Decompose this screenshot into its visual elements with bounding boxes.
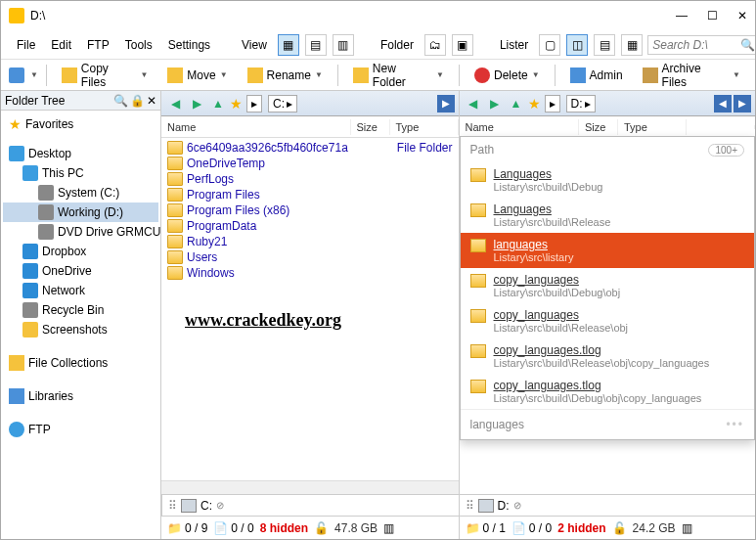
file-name[interactable]: Program Files (187, 188, 260, 202)
file-row[interactable]: OneDriveTemp (165, 156, 455, 171)
find-icon[interactable]: 🔍 (113, 94, 128, 108)
copy-files-button[interactable]: Copy Files ▼ (55, 58, 155, 93)
file-name[interactable]: Users (187, 250, 217, 264)
menu-edit[interactable]: Edit (45, 35, 77, 55)
lister-dual-icon[interactable]: ◫ (566, 34, 588, 56)
move-button[interactable]: Move ▼ (160, 64, 234, 87)
back-button[interactable]: ◀ (464, 94, 483, 113)
format-icon[interactable]: ▥ (682, 521, 692, 535)
minimize-button[interactable]: — (676, 9, 688, 22)
tree-node[interactable]: Network (3, 281, 158, 300)
dropdown-icon[interactable]: ▼ (30, 70, 38, 79)
breadcrumb-drive[interactable]: C: ▸ (268, 95, 297, 112)
file-collections[interactable]: File Collections (28, 356, 108, 370)
file-row[interactable]: Users (165, 249, 455, 265)
col-name[interactable]: Name (460, 119, 580, 135)
search-box[interactable]: 🔍 (647, 35, 756, 55)
drive-tab-left[interactable]: C: (200, 499, 212, 513)
menu-file[interactable]: File (11, 35, 41, 55)
tab-close-icon[interactable]: ⊘ (513, 500, 521, 511)
nav-right-icon[interactable]: ▶ (734, 95, 751, 112)
file-row[interactable]: PerfLogs (165, 171, 455, 187)
lister-icon[interactable]: ▦ (621, 34, 643, 56)
menu-folder[interactable]: Folder (375, 35, 420, 55)
tree-node[interactable]: DVD Drive GRMCUL (3, 222, 158, 242)
delete-button[interactable]: Delete ▼ (467, 64, 547, 87)
file-name[interactable]: Ruby21 (187, 235, 227, 248)
file-name[interactable]: ProgramData (187, 219, 256, 233)
listary-result[interactable]: copy_languages.tlogListary\src\build\Rel… (461, 338, 755, 374)
tree-node[interactable]: Dropbox (3, 242, 158, 261)
archive-button[interactable]: Archive Files ▼ (636, 58, 747, 93)
back-button[interactable]: ◀ (165, 94, 185, 113)
favorite-icon[interactable]: ★ (230, 96, 243, 112)
tab-close-icon[interactable]: ⊘ (216, 500, 224, 511)
breadcrumb-root[interactable]: ▸ (246, 95, 262, 112)
nav-right-icon[interactable]: ▶ (437, 95, 455, 112)
new-lister-icon[interactable] (9, 68, 24, 83)
file-row[interactable]: 6ce6409aa3926c5fb460fce71aFile Folder (165, 140, 455, 156)
lister-icon[interactable]: ▤ (594, 34, 615, 56)
tree-node[interactable]: Screenshots (3, 320, 158, 339)
listary-result[interactable]: copy_languages.tlogListary\src\build\Deb… (461, 374, 755, 409)
listary-result[interactable]: languagesListary\src\listary (461, 233, 755, 268)
close-button[interactable]: ✕ (737, 9, 747, 22)
up-button[interactable]: ▲ (507, 94, 526, 113)
lister-icon[interactable]: ▢ (539, 34, 560, 56)
col-name[interactable]: Name (161, 119, 351, 135)
libraries[interactable]: Libraries (28, 389, 73, 403)
listary-query[interactable]: languages (470, 418, 524, 431)
up-button[interactable]: ▲ (208, 94, 228, 113)
scrollbar[interactable] (161, 480, 459, 494)
admin-button[interactable]: Admin (563, 64, 630, 87)
more-icon[interactable]: ••• (726, 418, 744, 431)
file-row[interactable]: Windows (165, 265, 455, 281)
view-mode-icon[interactable]: ▥ (333, 34, 354, 56)
folder-tree[interactable]: ★Favorites DesktopThis PCSystem (C:)Work… (1, 111, 160, 539)
favorites-label[interactable]: Favorites (25, 117, 73, 131)
menu-lister[interactable]: Lister (494, 35, 534, 55)
lock-icon[interactable]: 🔒 (130, 94, 145, 108)
rename-button[interactable]: Rename ▼ (241, 64, 330, 87)
forward-button[interactable]: ▶ (485, 94, 505, 113)
file-name[interactable]: Program Files (x86) (187, 203, 289, 217)
format-icon[interactable]: ▥ (383, 521, 394, 535)
col-size[interactable]: Size (579, 119, 618, 135)
tree-node[interactable]: Working (D:) (3, 202, 158, 222)
search-icon[interactable]: 🔍 (740, 38, 755, 52)
tree-node[interactable]: System (C:) (3, 183, 158, 202)
file-name[interactable]: Windows (187, 266, 235, 280)
menu-ftp[interactable]: FTP (81, 35, 115, 55)
listary-result[interactable]: copy_languagesListary\src\build\Release\… (461, 303, 755, 338)
file-name[interactable]: OneDriveTemp (187, 157, 265, 170)
col-size[interactable]: Size (351, 119, 390, 135)
listary-result[interactable]: LanguagesListary\src\build\Release (461, 198, 755, 233)
menu-settings[interactable]: Settings (162, 35, 216, 55)
maximize-button[interactable]: ☐ (707, 9, 718, 22)
favorite-icon[interactable]: ★ (528, 96, 541, 112)
listary-result[interactable]: LanguagesListary\src\build\Debug (461, 162, 755, 198)
drive-tab-right[interactable]: D: (498, 499, 510, 513)
folder-dual-icon[interactable]: ▣ (452, 34, 473, 56)
nav-left-icon[interactable]: ◀ (714, 95, 732, 112)
view-mode-icon[interactable]: ▤ (305, 34, 327, 56)
new-folder-button[interactable]: New Folder ▼ (346, 58, 451, 93)
file-name[interactable]: 6ce6409aa3926c5fb460fce71a (187, 141, 348, 155)
tree-node[interactable]: Recycle Bin (3, 300, 158, 320)
menu-tools[interactable]: Tools (119, 35, 158, 55)
tree-node[interactable]: This PC (3, 163, 158, 183)
folder-tree-icon[interactable]: 🗂 (424, 34, 446, 56)
menu-view[interactable]: View (236, 35, 273, 55)
col-date[interactable] (687, 125, 755, 129)
forward-button[interactable]: ▶ (187, 94, 206, 113)
file-row[interactable]: Program Files (165, 187, 455, 202)
tab-handle-icon[interactable]: ⠿ (466, 499, 474, 513)
ftp-node[interactable]: FTP (28, 423, 51, 436)
breadcrumb-drive[interactable]: D: ▸ (566, 95, 596, 112)
close-panel-icon[interactable]: ✕ (147, 94, 156, 108)
file-row[interactable]: ProgramData (165, 218, 455, 234)
listary-result[interactable]: copy_languagesListary\src\build\Debug\ob… (461, 268, 755, 303)
breadcrumb-root[interactable]: ▸ (545, 95, 560, 112)
tree-node[interactable]: OneDrive (3, 261, 158, 281)
file-name[interactable]: PerfLogs (187, 172, 234, 186)
